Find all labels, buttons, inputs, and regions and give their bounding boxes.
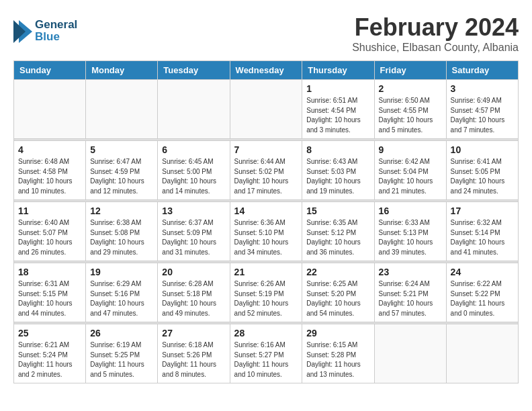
calendar-week-row: 1Sunrise: 6:51 AM Sunset: 4:54 PM Daylig… (14, 80, 519, 139)
table-row: 10Sunrise: 6:41 AM Sunset: 5:05 PM Dayli… (446, 141, 518, 200)
day-info: Sunrise: 6:16 AM Sunset: 5:27 PM Dayligh… (234, 340, 298, 379)
table-row (14, 80, 86, 139)
day-number: 18 (18, 267, 81, 277)
day-info: Sunrise: 6:25 AM Sunset: 5:20 PM Dayligh… (306, 279, 369, 318)
day-info: Sunrise: 6:48 AM Sunset: 4:58 PM Dayligh… (18, 157, 81, 196)
day-number: 25 (18, 328, 81, 338)
day-info: Sunrise: 6:42 AM Sunset: 5:04 PM Dayligh… (379, 157, 442, 196)
day-info: Sunrise: 6:26 AM Sunset: 5:19 PM Dayligh… (234, 279, 298, 318)
table-row: 14Sunrise: 6:36 AM Sunset: 5:10 PM Dayli… (230, 202, 302, 261)
table-row: 11Sunrise: 6:40 AM Sunset: 5:07 PM Dayli… (14, 202, 86, 261)
table-row: 3Sunrise: 6:49 AM Sunset: 4:57 PM Daylig… (446, 80, 518, 139)
day-number: 28 (234, 328, 298, 338)
calendar-table: Sunday Monday Tuesday Wednesday Thursday… (13, 60, 519, 383)
calendar-week-row: 11Sunrise: 6:40 AM Sunset: 5:07 PM Dayli… (14, 202, 519, 261)
day-info: Sunrise: 6:33 AM Sunset: 5:13 PM Dayligh… (379, 218, 442, 257)
table-row: 23Sunrise: 6:24 AM Sunset: 5:21 PM Dayli… (374, 263, 446, 322)
day-number: 2 (379, 83, 442, 94)
day-number: 3 (451, 83, 514, 94)
page-header: General Blue February 2024 Shushice, Elb… (13, 13, 519, 54)
svg-text:Blue: Blue (35, 30, 60, 43)
col-friday: Friday (374, 61, 446, 80)
table-row: 20Sunrise: 6:28 AM Sunset: 5:18 PM Dayli… (158, 263, 230, 322)
table-row: 21Sunrise: 6:26 AM Sunset: 5:19 PM Dayli… (230, 263, 302, 322)
table-row: 9Sunrise: 6:42 AM Sunset: 5:04 PM Daylig… (374, 141, 446, 200)
day-number: 27 (162, 328, 225, 338)
day-number: 29 (306, 328, 369, 338)
day-number: 23 (379, 267, 442, 277)
col-monday: Monday (86, 61, 158, 80)
day-number: 21 (234, 267, 298, 277)
day-number: 11 (18, 205, 81, 216)
day-number: 17 (451, 205, 514, 216)
day-number: 4 (18, 144, 81, 155)
day-number: 16 (379, 205, 442, 216)
col-thursday: Thursday (302, 61, 374, 80)
table-row: 17Sunrise: 6:32 AM Sunset: 5:14 PM Dayli… (446, 202, 518, 261)
day-info: Sunrise: 6:31 AM Sunset: 5:15 PM Dayligh… (18, 279, 81, 318)
table-row: 8Sunrise: 6:43 AM Sunset: 5:03 PM Daylig… (302, 141, 374, 200)
location-subtitle: Shushice, Elbasan County, Albania (352, 42, 519, 54)
col-tuesday: Tuesday (158, 61, 230, 80)
day-info: Sunrise: 6:43 AM Sunset: 5:03 PM Dayligh… (306, 157, 369, 196)
col-saturday: Saturday (446, 61, 518, 80)
calendar-week-row: 18Sunrise: 6:31 AM Sunset: 5:15 PM Dayli… (14, 263, 519, 322)
table-row (446, 324, 518, 383)
day-number: 9 (379, 144, 442, 155)
day-info: Sunrise: 6:37 AM Sunset: 5:09 PM Dayligh… (162, 218, 225, 257)
day-info: Sunrise: 6:45 AM Sunset: 5:00 PM Dayligh… (162, 157, 225, 196)
day-info: Sunrise: 6:49 AM Sunset: 4:57 PM Dayligh… (451, 96, 514, 135)
table-row: 5Sunrise: 6:47 AM Sunset: 4:59 PM Daylig… (86, 141, 158, 200)
month-title: February 2024 (352, 13, 519, 42)
table-row: 6Sunrise: 6:45 AM Sunset: 5:00 PM Daylig… (158, 141, 230, 200)
day-info: Sunrise: 6:18 AM Sunset: 5:26 PM Dayligh… (162, 340, 225, 379)
day-number: 26 (90, 328, 153, 338)
table-row: 12Sunrise: 6:38 AM Sunset: 5:08 PM Dayli… (86, 202, 158, 261)
day-info: Sunrise: 6:32 AM Sunset: 5:14 PM Dayligh… (451, 218, 514, 257)
table-row (86, 80, 158, 139)
table-row: 27Sunrise: 6:18 AM Sunset: 5:26 PM Dayli… (158, 324, 230, 383)
table-row (374, 324, 446, 383)
day-info: Sunrise: 6:28 AM Sunset: 5:18 PM Dayligh… (162, 279, 225, 318)
day-number: 1 (306, 83, 369, 94)
day-number: 12 (90, 205, 153, 216)
day-info: Sunrise: 6:44 AM Sunset: 5:02 PM Dayligh… (234, 157, 298, 196)
table-row: 1Sunrise: 6:51 AM Sunset: 4:54 PM Daylig… (302, 80, 374, 139)
calendar-header-row: Sunday Monday Tuesday Wednesday Thursday… (14, 61, 519, 80)
table-row: 25Sunrise: 6:21 AM Sunset: 5:24 PM Dayli… (14, 324, 86, 383)
table-row: 15Sunrise: 6:35 AM Sunset: 5:12 PM Dayli… (302, 202, 374, 261)
day-info: Sunrise: 6:51 AM Sunset: 4:54 PM Dayligh… (306, 96, 369, 135)
table-row: 29Sunrise: 6:15 AM Sunset: 5:28 PM Dayli… (302, 324, 374, 383)
table-row: 18Sunrise: 6:31 AM Sunset: 5:15 PM Dayli… (14, 263, 86, 322)
day-number: 20 (162, 267, 225, 277)
day-number: 13 (162, 205, 225, 216)
table-row: 22Sunrise: 6:25 AM Sunset: 5:20 PM Dayli… (302, 263, 374, 322)
day-info: Sunrise: 6:41 AM Sunset: 5:05 PM Dayligh… (451, 157, 514, 196)
day-number: 6 (162, 144, 225, 155)
logo: General Blue (13, 13, 94, 53)
table-row: 2Sunrise: 6:50 AM Sunset: 4:55 PM Daylig… (374, 80, 446, 139)
title-block: February 2024 Shushice, Elbasan County, … (352, 13, 519, 54)
day-info: Sunrise: 6:29 AM Sunset: 5:16 PM Dayligh… (90, 279, 153, 318)
day-number: 5 (90, 144, 153, 155)
calendar-week-row: 25Sunrise: 6:21 AM Sunset: 5:24 PM Dayli… (14, 324, 519, 383)
day-info: Sunrise: 6:22 AM Sunset: 5:22 PM Dayligh… (451, 279, 514, 318)
day-number: 22 (306, 267, 369, 277)
day-number: 24 (451, 267, 514, 277)
day-info: Sunrise: 6:21 AM Sunset: 5:24 PM Dayligh… (18, 340, 81, 379)
day-info: Sunrise: 6:38 AM Sunset: 5:08 PM Dayligh… (90, 218, 153, 257)
day-info: Sunrise: 6:24 AM Sunset: 5:21 PM Dayligh… (379, 279, 442, 318)
table-row: 28Sunrise: 6:16 AM Sunset: 5:27 PM Dayli… (230, 324, 302, 383)
day-info: Sunrise: 6:40 AM Sunset: 5:07 PM Dayligh… (18, 218, 81, 257)
day-info: Sunrise: 6:36 AM Sunset: 5:10 PM Dayligh… (234, 218, 298, 257)
day-info: Sunrise: 6:47 AM Sunset: 4:59 PM Dayligh… (90, 157, 153, 196)
table-row: 4Sunrise: 6:48 AM Sunset: 4:58 PM Daylig… (14, 141, 86, 200)
table-row (158, 80, 230, 139)
table-row: 16Sunrise: 6:33 AM Sunset: 5:13 PM Dayli… (374, 202, 446, 261)
day-info: Sunrise: 6:35 AM Sunset: 5:12 PM Dayligh… (306, 218, 369, 257)
day-info: Sunrise: 6:50 AM Sunset: 4:55 PM Dayligh… (379, 96, 442, 135)
table-row: 26Sunrise: 6:19 AM Sunset: 5:25 PM Dayli… (86, 324, 158, 383)
day-info: Sunrise: 6:19 AM Sunset: 5:25 PM Dayligh… (90, 340, 153, 379)
svg-text:General: General (35, 18, 77, 31)
logo-svg: General Blue (13, 13, 94, 50)
